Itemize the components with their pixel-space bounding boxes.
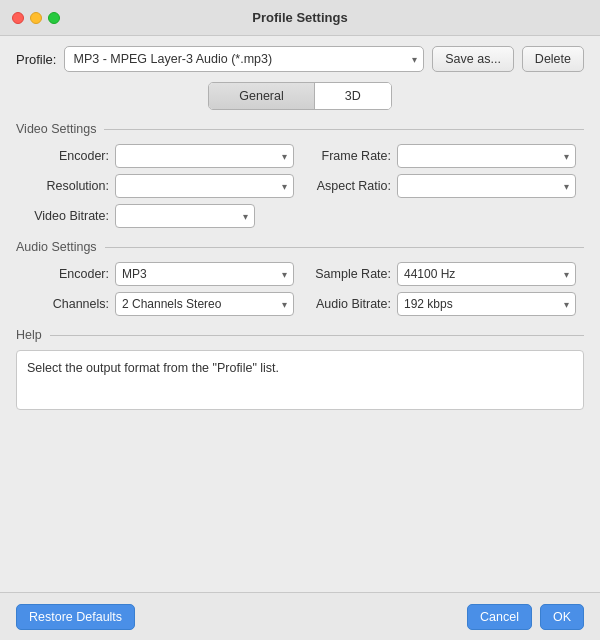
video-settings-divider: [104, 129, 584, 130]
title-bar: Profile Settings: [0, 0, 600, 36]
frame-rate-select-wrapper: ▾: [397, 144, 576, 168]
window-title: Profile Settings: [252, 10, 347, 25]
profile-select-wrapper: MP3 - MPEG Layer-3 Audio (*.mp3) ▾: [64, 46, 424, 72]
resolution-select-wrapper: ▾: [115, 174, 294, 198]
video-bitrate-select[interactable]: [115, 204, 255, 228]
sample-rate-select[interactable]: 44100 Hz: [397, 262, 576, 286]
tabs-row: General 3D: [16, 82, 584, 110]
encoder-select[interactable]: [115, 144, 294, 168]
aspect-ratio-row: Aspect Ratio: ▾: [306, 174, 576, 198]
frame-rate-label: Frame Rate:: [306, 149, 391, 163]
channels-select[interactable]: 2 Channels Stereo: [115, 292, 294, 316]
sample-rate-select-wrapper: 44100 Hz ▾: [397, 262, 576, 286]
aspect-ratio-label: Aspect Ratio:: [306, 179, 391, 193]
restore-defaults-button[interactable]: Restore Defaults: [16, 604, 135, 630]
sample-rate-row: Sample Rate: 44100 Hz ▾: [306, 262, 576, 286]
tab-general[interactable]: General: [209, 83, 314, 109]
video-settings-grid: Encoder: ▾ Frame Rate: ▾: [16, 144, 584, 198]
video-settings-title: Video Settings: [16, 122, 96, 136]
audio-settings-section: Audio Settings Encoder: MP3 ▾ Sample Rat…: [16, 240, 584, 316]
audio-settings-title: Audio Settings: [16, 240, 97, 254]
delete-button[interactable]: Delete: [522, 46, 584, 72]
profile-label: Profile:: [16, 52, 56, 67]
cancel-button[interactable]: Cancel: [467, 604, 532, 630]
channels-row: Channels: 2 Channels Stereo ▾: [24, 292, 294, 316]
main-content: Profile: MP3 - MPEG Layer-3 Audio (*.mp3…: [0, 36, 600, 432]
encoder-row: Encoder: ▾: [24, 144, 294, 168]
audio-bitrate-select[interactable]: 192 kbps: [397, 292, 576, 316]
save-as-button[interactable]: Save as...: [432, 46, 514, 72]
audio-settings-header: Audio Settings: [16, 240, 584, 254]
traffic-lights: [12, 12, 60, 24]
audio-settings-divider: [105, 247, 584, 248]
audio-bitrate-label: Audio Bitrate:: [306, 297, 391, 311]
audio-encoder-label: Encoder:: [24, 267, 109, 281]
frame-rate-row: Frame Rate: ▾: [306, 144, 576, 168]
help-section: Help Select the output format from the "…: [16, 328, 584, 410]
help-section-header: Help: [16, 328, 584, 342]
resolution-row: Resolution: ▾: [24, 174, 294, 198]
help-section-divider: [50, 335, 584, 336]
help-title: Help: [16, 328, 42, 342]
ok-button[interactable]: OK: [540, 604, 584, 630]
aspect-ratio-select-wrapper: ▾: [397, 174, 576, 198]
footer-right: Cancel OK: [467, 604, 584, 630]
audio-settings-grid: Encoder: MP3 ▾ Sample Rate: 44100 Hz ▾: [16, 262, 584, 316]
profile-row: Profile: MP3 - MPEG Layer-3 Audio (*.mp3…: [16, 46, 584, 72]
audio-encoder-select[interactable]: MP3: [115, 262, 294, 286]
aspect-ratio-select[interactable]: [397, 174, 576, 198]
audio-bitrate-row: Audio Bitrate: 192 kbps ▾: [306, 292, 576, 316]
footer: Restore Defaults Cancel OK: [0, 592, 600, 640]
audio-encoder-select-wrapper: MP3 ▾: [115, 262, 294, 286]
close-button[interactable]: [12, 12, 24, 24]
frame-rate-select[interactable]: [397, 144, 576, 168]
video-settings-section: Video Settings Encoder: ▾ Frame Rate:: [16, 122, 584, 228]
audio-bitrate-select-wrapper: 192 kbps ▾: [397, 292, 576, 316]
help-content: Select the output format from the "Profi…: [16, 350, 584, 410]
audio-encoder-row: Encoder: MP3 ▾: [24, 262, 294, 286]
video-bitrate-select-wrapper: ▾: [115, 204, 255, 228]
tab-group: General 3D: [208, 82, 391, 110]
help-text: Select the output format from the "Profi…: [27, 359, 573, 378]
channels-label: Channels:: [24, 297, 109, 311]
profile-select[interactable]: MP3 - MPEG Layer-3 Audio (*.mp3): [64, 46, 424, 72]
minimize-button[interactable]: [30, 12, 42, 24]
video-bitrate-row: Video Bitrate: ▾: [16, 204, 584, 228]
resolution-label: Resolution:: [24, 179, 109, 193]
video-settings-header: Video Settings: [16, 122, 584, 136]
video-bitrate-label: Video Bitrate:: [24, 209, 109, 223]
encoder-select-wrapper: ▾: [115, 144, 294, 168]
resolution-select[interactable]: [115, 174, 294, 198]
tab-3d[interactable]: 3D: [315, 83, 391, 109]
channels-select-wrapper: 2 Channels Stereo ▾: [115, 292, 294, 316]
sample-rate-label: Sample Rate:: [306, 267, 391, 281]
encoder-label: Encoder:: [24, 149, 109, 163]
maximize-button[interactable]: [48, 12, 60, 24]
